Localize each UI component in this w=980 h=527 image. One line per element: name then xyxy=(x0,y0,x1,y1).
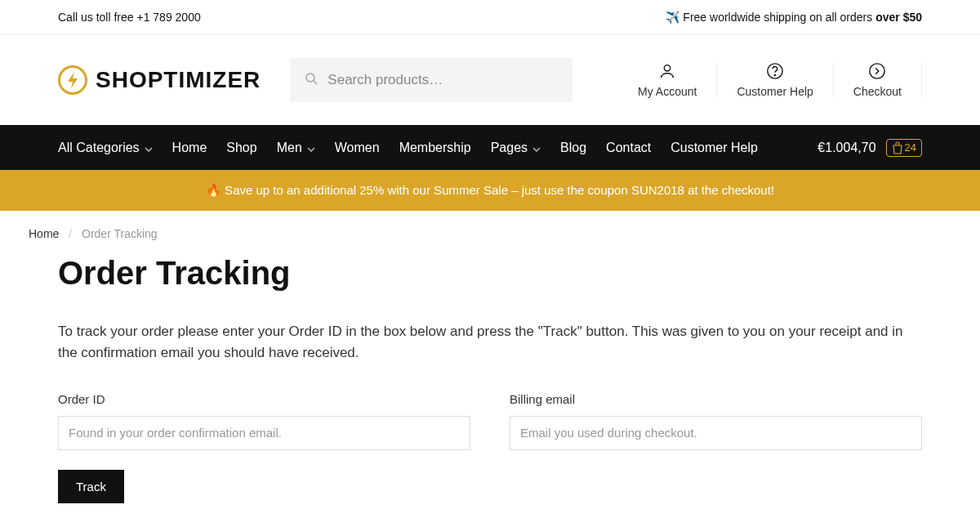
header: SHOPTIMIZER My Account Customer Help Che… xyxy=(29,35,951,125)
search-box[interactable] xyxy=(290,58,572,102)
chevron-down-icon xyxy=(532,141,541,155)
svg-point-5 xyxy=(870,64,884,78)
bag-icon xyxy=(892,141,903,154)
nav-women[interactable]: Women xyxy=(335,141,380,155)
breadcrumb-home[interactable]: Home xyxy=(29,227,59,240)
quicklink-my-account[interactable]: My Account xyxy=(618,62,716,98)
order-id-input[interactable] xyxy=(58,416,470,450)
nav-men[interactable]: Men xyxy=(277,141,315,155)
breadcrumb-separator: / xyxy=(69,227,72,240)
chevron-down-icon xyxy=(145,141,153,155)
chevron-down-icon xyxy=(307,141,315,155)
topbar: Call us toll free +1 789 2000 ✈️ Free wo… xyxy=(0,0,980,35)
quicklink-checkout[interactable]: Checkout xyxy=(833,62,922,98)
svg-point-2 xyxy=(665,65,670,71)
quicklink-customer-help[interactable]: Customer Help xyxy=(716,62,832,98)
cart[interactable]: €1.004,70 24 xyxy=(817,139,922,157)
nav-contact[interactable]: Contact xyxy=(606,141,651,155)
billing-email-input[interactable] xyxy=(510,416,922,450)
logo[interactable]: SHOPTIMIZER xyxy=(58,65,261,95)
search-input[interactable] xyxy=(327,72,558,88)
billing-email-field: Billing email xyxy=(510,392,922,450)
search-icon xyxy=(305,72,318,88)
user-icon xyxy=(658,62,676,80)
logo-text: SHOPTIMIZER xyxy=(96,67,261,93)
form-row: Order ID Billing email xyxy=(58,392,922,450)
track-button[interactable]: Track xyxy=(58,470,124,503)
nav-blog[interactable]: Blog xyxy=(560,141,586,155)
svg-line-1 xyxy=(314,81,317,84)
svg-point-4 xyxy=(775,74,776,75)
page-title: Order Tracking xyxy=(58,255,922,292)
cart-total: €1.004,70 xyxy=(817,141,875,155)
breadcrumb-current: Order Tracking xyxy=(82,227,158,240)
topbar-right: ✈️ Free worldwide shipping on all orders… xyxy=(666,11,922,24)
nav-shop[interactable]: Shop xyxy=(226,141,256,155)
cart-badge: 24 xyxy=(886,139,922,157)
breadcrumb: Home / Order Tracking xyxy=(29,211,951,255)
nav-home[interactable]: Home xyxy=(172,141,207,155)
quicklinks: My Account Customer Help Checkout xyxy=(618,62,922,98)
main-nav: All Categories Home Shop Men Women Membe… xyxy=(0,125,980,170)
nav-pages[interactable]: Pages xyxy=(491,141,541,155)
search-wrap xyxy=(290,58,572,102)
nav-links: All Categories Home Shop Men Women Membe… xyxy=(58,141,758,155)
help-icon xyxy=(766,62,784,80)
nav-membership[interactable]: Membership xyxy=(399,141,471,155)
promo-banner: 🔥 Save up to an additional 25% with our … xyxy=(0,170,980,211)
svg-point-0 xyxy=(306,74,314,82)
order-id-label: Order ID xyxy=(58,392,470,406)
checkout-icon xyxy=(868,62,886,80)
nav-customer-help[interactable]: Customer Help xyxy=(670,141,758,155)
instructions: To track your order please enter your Or… xyxy=(58,321,922,364)
nav-all-categories[interactable]: All Categories xyxy=(58,141,153,155)
billing-email-label: Billing email xyxy=(510,392,922,406)
order-id-field: Order ID xyxy=(58,392,470,450)
logo-mark-icon xyxy=(58,65,87,95)
topbar-left: Call us toll free +1 789 2000 xyxy=(58,11,201,24)
